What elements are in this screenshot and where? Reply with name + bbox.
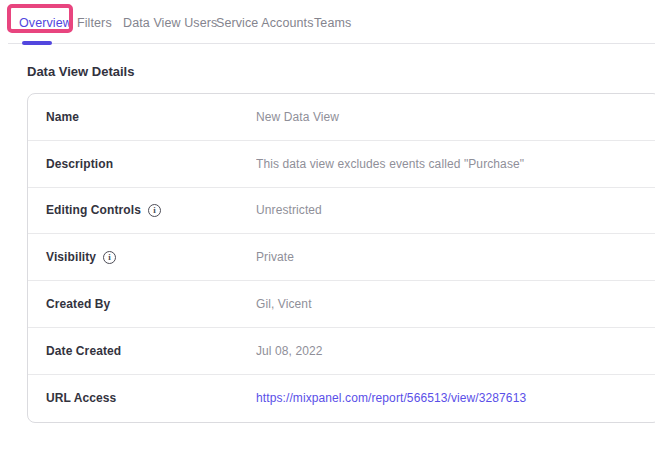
row-editing-controls: Editing Controls i Unrestricted xyxy=(28,188,655,235)
row-created-by-label-text: Created By xyxy=(46,297,110,311)
row-name-label: Name xyxy=(28,110,256,124)
row-name-label-text: Name xyxy=(46,110,79,124)
row-visibility: Visibility i Private xyxy=(28,234,655,281)
row-created-by-value: Gil, Vicent xyxy=(256,297,655,311)
tab-data-view-users[interactable]: Data View Users xyxy=(123,16,217,30)
row-url-access-label-text: URL Access xyxy=(46,391,116,405)
row-url-access-value: https://mixpanel.com/report/566513/view/… xyxy=(256,391,655,405)
row-editing-controls-label-text: Editing Controls xyxy=(46,203,141,217)
info-icon[interactable]: i xyxy=(103,251,116,264)
tab-bar-divider xyxy=(8,43,655,44)
row-visibility-label: Visibility i xyxy=(28,250,256,264)
tab-filters[interactable]: Filters xyxy=(77,16,112,30)
row-date-created: Date Created Jul 08, 2022 xyxy=(28,328,655,375)
row-description: Description This data view excludes even… xyxy=(28,141,655,188)
tab-bar: Overview Filters Data View Users Service… xyxy=(0,0,655,45)
url-access-link[interactable]: https://mixpanel.com/report/566513/view/… xyxy=(256,391,526,405)
page-title: Data View Details xyxy=(27,64,134,79)
row-description-value: This data view excludes events called "P… xyxy=(256,157,655,171)
row-url-access-label: URL Access xyxy=(28,391,256,405)
row-editing-controls-value: Unrestricted xyxy=(256,203,655,217)
info-icon[interactable]: i xyxy=(148,204,161,217)
row-date-created-label-text: Date Created xyxy=(46,344,121,358)
active-tab-indicator xyxy=(22,41,52,45)
tab-teams[interactable]: Teams xyxy=(314,16,351,30)
row-date-created-label: Date Created xyxy=(28,344,256,358)
row-editing-controls-label: Editing Controls i xyxy=(28,203,256,217)
row-name-value: New Data View xyxy=(256,110,655,124)
row-name: Name New Data View xyxy=(28,94,655,141)
details-card: Name New Data View Description This data… xyxy=(27,93,655,423)
row-description-label: Description xyxy=(28,157,256,171)
row-created-by-label: Created By xyxy=(28,297,256,311)
row-url-access: URL Access https://mixpanel.com/report/5… xyxy=(28,375,655,422)
row-created-by: Created By Gil, Vicent xyxy=(28,281,655,328)
row-visibility-label-text: Visibility xyxy=(46,250,96,264)
tab-service-accounts[interactable]: Service Accounts xyxy=(216,16,313,30)
row-description-label-text: Description xyxy=(46,157,113,171)
tab-overview[interactable]: Overview xyxy=(19,16,72,30)
row-date-created-value: Jul 08, 2022 xyxy=(256,344,655,358)
row-visibility-value: Private xyxy=(256,250,655,264)
